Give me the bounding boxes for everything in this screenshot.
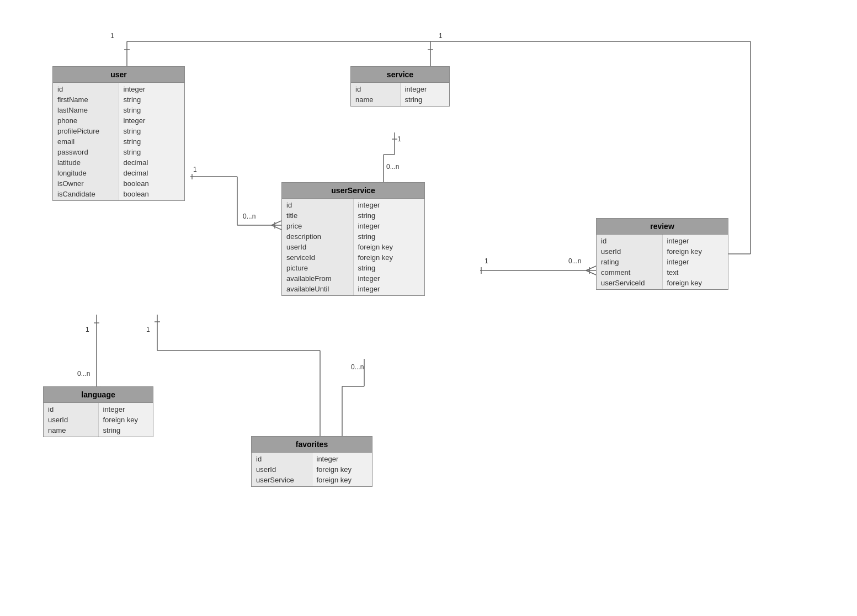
entity-language-type-userid: foreign key [103,415,149,425]
entity-user-field-email: email [57,136,114,147]
entity-userservice-type-serviceid: foreign key [358,252,420,263]
entity-user-field-phone: phone [57,115,114,126]
entity-user-type-longitude: decimal [124,168,180,178]
entity-language-body: id userId name integer foreign key strin… [44,403,153,437]
entity-userservice-field-picture: picture [286,263,349,273]
entity-user-body: id firstName lastName phone profilePictu… [53,83,184,200]
entity-language-field-name: name [48,425,94,436]
entity-userservice-type-description: string [358,231,420,242]
entity-language: language id userId name integer foreign … [43,386,153,437]
entity-user-type-isowner: boolean [124,178,180,189]
entity-service-col-left: id name [351,83,401,106]
rel-label-review-0n: 0...n [568,257,581,265]
entity-user-field-longitude: longitude [57,168,114,178]
entity-language-field-id: id [48,404,94,415]
entity-user-field-latitude: latitude [57,157,114,168]
entity-userservice-header: userService [282,183,424,199]
entity-language-col-left: id userId name [44,403,99,437]
entity-review-col-right: integer foreign key integer text foreign… [663,235,728,289]
entity-user-field-iscandidate: isCandidate [57,189,114,199]
entity-user-type-firstname: string [124,94,180,105]
entity-language-type-name: string [103,425,149,436]
entity-favorites-type-userid: foreign key [317,464,368,475]
entity-service-col-right: integer string [401,83,450,106]
rel-label-user-userservice-1: 1 [193,166,197,173]
entity-user-type-phone: integer [124,115,180,126]
entity-userservice-field-id: id [286,200,349,210]
entity-favorites-type-userservice: foreign key [317,475,368,485]
svg-line-9 [272,225,281,230]
entity-user-type-iscandidate: boolean [124,189,180,199]
entity-userservice-field-availableuntil: availableUntil [286,284,349,294]
entity-favorites-col-left: id userId userService [252,453,312,486]
entity-review-field-id: id [601,236,658,246]
entity-favorites-field-id: id [256,454,307,464]
entity-favorites-col-right: integer foreign key foreign key [312,453,372,486]
svg-line-20 [586,266,596,270]
entity-user-field-lastname: lastName [57,105,114,115]
entity-language-type-id: integer [103,404,149,415]
entity-userservice-field-availablefrom: availableFrom [286,273,349,284]
entity-service-header: service [351,67,449,83]
rel-label-userservice-0n-top: 0...n [386,163,399,171]
entity-review: review id userId rating comment userServ… [596,218,728,290]
entity-userservice-field-description: description [286,231,349,242]
rel-label-user-service-1: 1 [110,32,114,40]
entity-userservice-field-userid: userId [286,242,349,252]
diagram-container: 1 1 1 0...n 1 0...n 1 0...n 1 0...n 1 0.… [0,0,857,616]
entity-userservice-type-picture: string [358,263,420,273]
entity-favorites-field-userservice: userService [256,475,307,485]
entity-user-field-profilepicture: profilePicture [57,126,114,136]
svg-line-8 [272,221,281,225]
rel-label-user-language-1: 1 [86,326,89,333]
entity-user-type-id: integer [124,84,180,94]
rel-label-userservice-crow-n: 0...n [243,213,255,220]
entity-review-field-comment: comment [601,267,658,278]
entity-user-type-latitude: decimal [124,157,180,168]
entity-language-field-userid: userId [48,415,94,425]
entity-userservice-type-userid: foreign key [358,242,420,252]
entity-review-type-userid: foreign key [667,246,724,257]
rel-label-language-0n: 0...n [77,370,90,378]
entity-service-field-id: id [355,84,396,94]
entity-favorites-header: favorites [252,437,372,453]
entity-favorites-type-id: integer [317,454,368,464]
entity-user-col-left: id firstName lastName phone profilePictu… [53,83,119,200]
entity-service-field-name: name [355,94,396,105]
entity-service-type-id: integer [405,84,445,94]
entity-service: service id name integer string [350,66,450,107]
entity-user-field-firstname: firstName [57,94,114,105]
entity-review-field-userserviceid: userServiceId [601,278,658,288]
entity-user-type-lastname: string [124,105,180,115]
entity-userservice-type-availablefrom: integer [358,273,420,284]
entity-userservice-body: id title price description userId servic… [282,199,424,295]
entity-userservice-field-price: price [286,221,349,231]
entity-service-type-name: string [405,94,445,105]
entity-review-field-rating: rating [601,257,658,267]
entity-review-type-comment: text [667,267,724,278]
entity-review-col-left: id userId rating comment userServiceId [597,235,663,289]
entity-userservice-col-left: id title price description userId servic… [282,199,354,295]
entity-userservice: userService id title price description u… [281,182,425,296]
entity-userservice-field-title: title [286,210,349,221]
entity-user-header: user [53,67,184,83]
svg-line-21 [586,270,596,275]
rel-label-user-favorites-1: 1 [146,326,150,333]
entity-user: user id firstName lastName phone profile… [52,66,185,201]
entity-user-type-password: string [124,147,180,157]
rel-label-service-1: 1 [439,32,443,40]
entity-review-type-rating: integer [667,257,724,267]
entity-review-field-userid: userId [601,246,658,257]
entity-favorites-body: id userId userService integer foreign ke… [252,453,372,486]
entity-userservice-field-serviceid: serviceId [286,252,349,263]
entity-user-field-isowner: isOwner [57,178,114,189]
entity-review-type-userserviceid: foreign key [667,278,724,288]
rel-label-userservice-favorites-0n: 0...n [351,363,364,371]
entity-userservice-type-price: integer [358,221,420,231]
entity-user-type-email: string [124,136,180,147]
entity-language-header: language [44,387,153,403]
entity-user-type-profilepicture: string [124,126,180,136]
entity-userservice-type-id: integer [358,200,420,210]
entity-favorites-field-userid: userId [256,464,307,475]
rel-label-userservice-review-1: 1 [485,257,488,265]
